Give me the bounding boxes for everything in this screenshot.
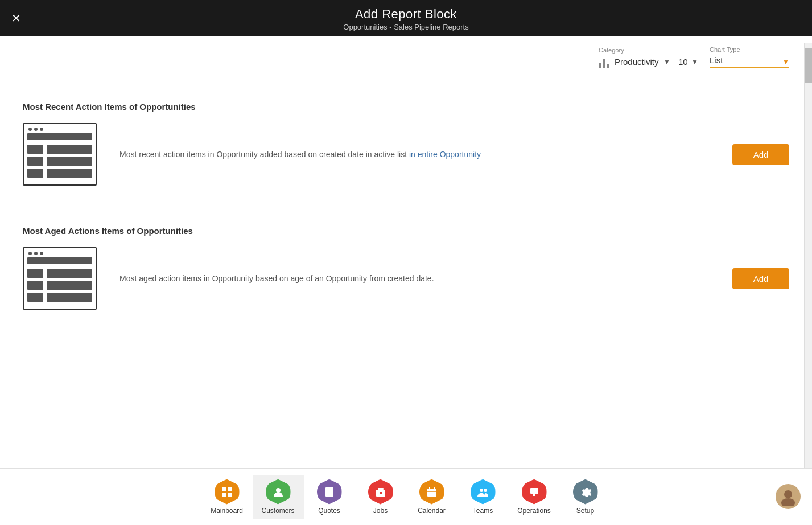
jobs-icon	[368, 479, 393, 505]
report-preview-2	[23, 247, 97, 310]
section-title-2: Most Aged Actions Items of Opportunities	[23, 226, 789, 236]
category-label: Category	[599, 47, 624, 54]
svg-point-21	[784, 490, 792, 498]
chart-type-select-wrapper[interactable]: List Bar Pie Line ▼	[710, 55, 789, 68]
report-preview-1	[23, 123, 97, 186]
desc-highlight-1: in entire Opportunity	[409, 150, 481, 159]
bottom-nav: Mainboard Customers Quotes Jobs Calendar…	[0, 468, 812, 525]
preview-body-2	[24, 266, 96, 304]
close-button[interactable]: ✕	[11, 13, 21, 24]
nav-item-jobs[interactable]: Jobs	[355, 475, 406, 519]
user-avatar[interactable]	[776, 484, 801, 509]
dialog-header: ✕ Add Report Block Opportunities - Sales…	[0, 0, 812, 36]
customers-icon	[266, 479, 291, 505]
quotes-icon	[317, 479, 342, 505]
svg-rect-19	[533, 494, 535, 496]
chart-type-label: Chart Type	[710, 46, 740, 53]
preview-header-2	[27, 257, 92, 264]
setup-icon	[573, 479, 598, 505]
teams-icon	[471, 479, 496, 505]
svg-point-16	[480, 489, 483, 492]
nav-item-customers[interactable]: Customers	[253, 475, 304, 519]
preview-left-1	[27, 145, 43, 178]
svg-rect-11	[380, 492, 382, 494]
scrollbar[interactable]	[804, 43, 812, 468]
nav-label-operations: Operations	[517, 507, 551, 515]
divider-1	[40, 79, 772, 79]
preview-dots-1	[24, 124, 96, 133]
preview-body-1	[24, 142, 96, 180]
controls-bar: Category Productivity Sales Operations ▼…	[0, 36, 812, 73]
nav-item-setup[interactable]: Setup	[560, 475, 611, 519]
mainboard-icon	[215, 479, 240, 505]
preview-header-1	[27, 133, 92, 140]
section-most-recent: Most Recent Action Items of Opportunitie…	[23, 85, 789, 197]
chart-icon	[599, 56, 611, 68]
divider-2	[40, 203, 772, 203]
svg-rect-0	[222, 487, 226, 491]
divider-3	[40, 327, 772, 327]
svg-point-22	[781, 498, 795, 506]
calendar-icon	[419, 479, 444, 505]
report-item-1: Most recent action items in Opportunity …	[23, 123, 789, 186]
nav-label-teams: Teams	[473, 507, 493, 515]
nav-label-quotes: Quotes	[318, 507, 340, 515]
nav-label-mainboard: Mainboard	[211, 507, 243, 515]
category-select-wrapper[interactable]: Productivity Sales Operations ▼	[615, 57, 670, 67]
preview-left-2	[27, 269, 43, 302]
number-select-wrapper[interactable]: 10 20 50 ▼	[674, 57, 698, 67]
svg-rect-9	[378, 488, 384, 490]
number-select[interactable]: 10 20 50	[678, 57, 698, 67]
nav-label-jobs: Jobs	[373, 507, 388, 515]
operations-icon	[522, 479, 547, 505]
svg-rect-12	[427, 489, 436, 497]
section-most-aged: Most Aged Actions Items of Opportunities	[23, 209, 789, 321]
svg-rect-1	[228, 487, 232, 491]
add-button-2[interactable]: Add	[732, 268, 789, 289]
desc-text-2: Most aged action items in Opportunity ba…	[119, 274, 434, 283]
category-control: Category Productivity Sales Operations ▼…	[599, 47, 698, 68]
nav-item-quotes[interactable]: Quotes	[304, 475, 355, 519]
preview-dots-2	[24, 248, 96, 257]
nav-label-setup: Setup	[576, 507, 594, 515]
add-button-1[interactable]: Add	[732, 144, 789, 165]
svg-rect-2	[222, 493, 226, 497]
svg-rect-18	[530, 488, 538, 494]
nav-label-customers: Customers	[261, 507, 294, 515]
section-title-1: Most Recent Action Items of Opportunitie…	[23, 102, 789, 112]
desc-text-1a: Most recent action items in Opportunity …	[119, 150, 409, 159]
scrollbar-thumb[interactable]	[805, 48, 812, 83]
dialog-subtitle: Opportunities - Sales Pipeline Reports	[0, 23, 812, 31]
nav-item-teams[interactable]: Teams	[457, 475, 509, 519]
content-area: Most Recent Action Items of Opportunitie…	[0, 73, 812, 498]
report-description-2: Most aged action items in Opportunity ba…	[119, 273, 710, 285]
nav-label-calendar: Calendar	[418, 507, 446, 515]
report-description-1: Most recent action items in Opportunity …	[119, 149, 710, 161]
category-select[interactable]: Productivity Sales Operations	[615, 57, 670, 67]
chart-type-control: Chart Type List Bar Pie Line ▼	[710, 46, 789, 68]
nav-item-mainboard[interactable]: Mainboard	[201, 475, 253, 519]
dialog-title: Add Report Block	[0, 7, 812, 22]
svg-point-17	[484, 489, 487, 492]
report-item-2: Most aged action items in Opportunity ba…	[23, 247, 789, 310]
preview-right-1	[47, 145, 92, 178]
preview-right-2	[47, 269, 92, 302]
svg-rect-3	[228, 493, 232, 497]
nav-item-calendar[interactable]: Calendar	[406, 475, 457, 519]
nav-item-operations[interactable]: Operations	[509, 475, 560, 519]
chart-type-select[interactable]: List Bar Pie Line	[710, 55, 789, 68]
svg-point-4	[276, 488, 281, 493]
